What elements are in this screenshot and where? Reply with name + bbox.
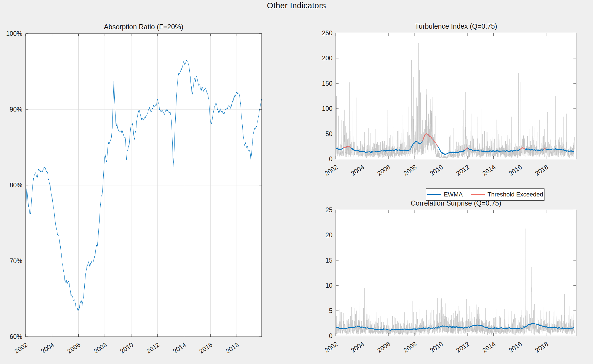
- x-tick-label: 2010: [428, 340, 444, 354]
- x-tick-label: 2016: [198, 341, 214, 355]
- x-tick-label: 2014: [171, 341, 187, 355]
- turbulence-index-plot-area: [336, 33, 576, 159]
- x-tick-label: 2002: [323, 163, 339, 177]
- legend-item-ewma: EWMA: [427, 191, 463, 198]
- correlation-surprise-plot: 0510152025200220042006200820102012201420…: [323, 199, 576, 354]
- y-tick-label: 90%: [10, 106, 22, 113]
- x-tick-label: 2002: [13, 341, 29, 355]
- x-tick-label: 2016: [508, 163, 523, 177]
- x-tick-label: 2002: [323, 340, 339, 354]
- y-tick-label: 70%: [10, 257, 22, 265]
- x-tick-label: 2006: [66, 341, 82, 355]
- x-tick-label: 2012: [455, 340, 471, 354]
- x-tick-label: 2006: [376, 340, 392, 354]
- x-tick-label: 2012: [145, 341, 161, 355]
- legend-item-threshold: Threshold Exceeded: [471, 191, 543, 198]
- x-tick-label: 2016: [508, 340, 523, 354]
- x-tick-label: 2008: [92, 341, 108, 355]
- turbulence-legend: EWMA Threshold Exceeded: [426, 188, 544, 201]
- y-tick-label: 20: [325, 231, 332, 239]
- y-tick-label: 100%: [6, 30, 22, 37]
- x-tick-label: 2010: [119, 341, 135, 355]
- y-tick-label: 5: [329, 307, 332, 314]
- y-tick-label: 15: [325, 257, 332, 264]
- absorption-ratio-title: Absorption Ratio (F=20%): [104, 23, 183, 31]
- x-tick-label: 2004: [40, 341, 55, 355]
- x-tick-label: 2006: [376, 163, 392, 177]
- y-tick-label: 250: [322, 29, 332, 37]
- x-tick-label: 2008: [402, 340, 418, 354]
- x-tick-label: 2018: [224, 341, 240, 355]
- y-tick-label: 100: [322, 105, 332, 112]
- x-tick-label: 2018: [534, 340, 549, 354]
- x-tick-label: 2010: [428, 163, 444, 177]
- turbulence-index-plot: 0501001502002502002200420062008201020122…: [322, 22, 576, 177]
- legend-label-threshold: Threshold Exceeded: [487, 191, 543, 198]
- legend-label-ewma: EWMA: [444, 191, 463, 198]
- y-tick-label: 25: [325, 206, 332, 214]
- threshold-line-swatch: [471, 194, 485, 195]
- x-tick-label: 2004: [350, 340, 365, 354]
- y-tick-label: 0: [329, 155, 332, 163]
- y-tick-label: 150: [322, 80, 332, 87]
- y-tick-label: 60%: [10, 333, 22, 340]
- y-tick-label: 0: [329, 332, 332, 339]
- x-tick-label: 2012: [455, 163, 471, 177]
- y-tick-label: 50: [325, 130, 332, 137]
- x-tick-label: 2014: [481, 340, 497, 354]
- absorption-ratio-plot: 60%70%80%90%100%200220042006200820102012…: [6, 23, 262, 355]
- turbulence-index-title: Turbulence Index (Q=0.75): [415, 22, 497, 30]
- ewma-line-swatch: [427, 194, 441, 195]
- x-tick-label: 2008: [402, 163, 418, 177]
- x-tick-label: 2004: [350, 163, 365, 177]
- x-tick-label: 2018: [534, 163, 549, 177]
- y-tick-label: 10: [325, 282, 332, 289]
- x-tick-label: 2014: [481, 163, 497, 177]
- y-tick-label: 80%: [10, 182, 22, 189]
- charts-canvas: 60%70%80%90%100%200220042006200820102012…: [0, 0, 593, 364]
- y-tick-label: 200: [322, 55, 332, 62]
